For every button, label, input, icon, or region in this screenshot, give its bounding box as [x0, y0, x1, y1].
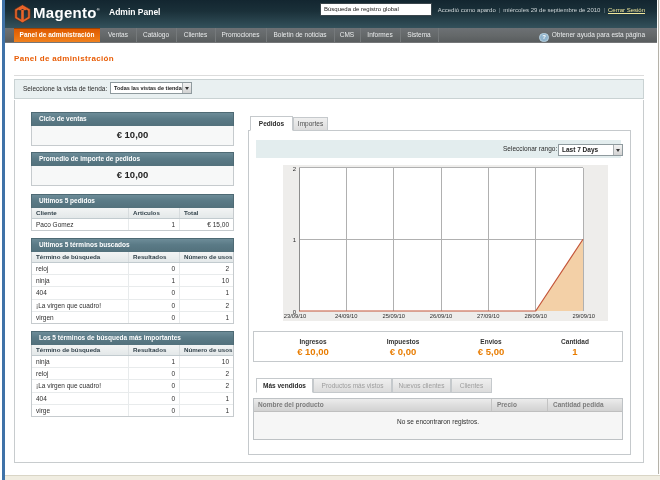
svg-text:23/09/10: 23/09/10: [284, 313, 307, 319]
svg-text:25/09/10: 25/09/10: [382, 313, 405, 319]
svg-text:27/09/10: 27/09/10: [477, 313, 500, 319]
svg-text:26/09/10: 26/09/10: [430, 313, 453, 319]
svg-text:24/09/10: 24/09/10: [335, 313, 358, 319]
svg-text:29/09/10: 29/09/10: [572, 313, 595, 319]
svg-text:28/09/10: 28/09/10: [524, 313, 547, 319]
